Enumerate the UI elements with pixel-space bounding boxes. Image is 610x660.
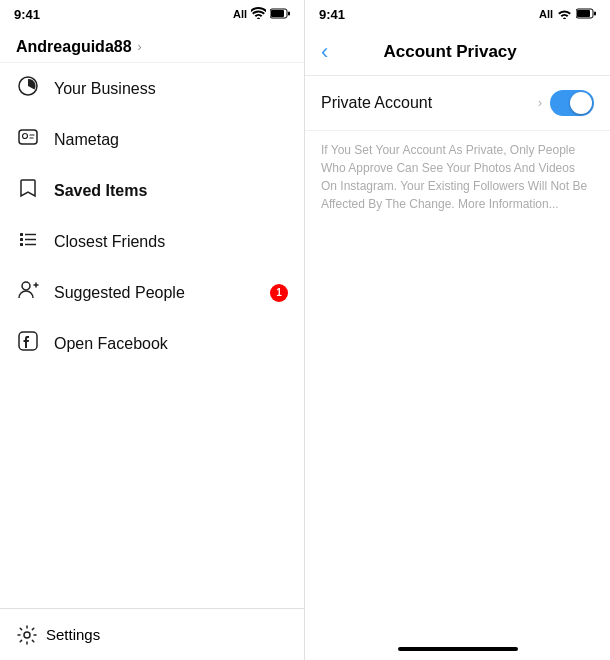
- status-icons-left: All: [233, 7, 290, 21]
- menu-item-open-facebook[interactable]: Open Facebook: [0, 318, 304, 369]
- svg-rect-4: [19, 130, 37, 144]
- settings-icon[interactable]: Settings: [16, 624, 100, 646]
- account-privacy-title: Account Privacy: [338, 42, 562, 62]
- status-icons-right: All: [539, 7, 596, 21]
- menu-item-label-your-business: Your Business: [54, 80, 156, 98]
- svg-rect-18: [577, 10, 590, 17]
- wifi-icon-right: [557, 7, 572, 21]
- time-left: 9:41: [14, 7, 40, 22]
- bottom-bar-right: [305, 638, 610, 660]
- menu-username-chevron: ›: [138, 40, 142, 54]
- account-privacy-content: Private Account › If You Set Your Accoun…: [305, 76, 610, 638]
- right-panel: 9:41 All ‹ Account Privacy Private Accou…: [305, 0, 610, 660]
- private-account-row[interactable]: Private Account ›: [305, 76, 610, 131]
- menu-item-closest-friends[interactable]: Closest Friends: [0, 216, 304, 267]
- svg-rect-2: [288, 11, 290, 15]
- person-add-icon: [16, 279, 40, 306]
- svg-rect-1: [271, 10, 284, 17]
- back-button[interactable]: ‹: [321, 39, 328, 65]
- left-panel: 9:41 All Andreaguida88 › Your: [0, 0, 305, 660]
- account-privacy-header: ‹ Account Privacy: [305, 28, 610, 76]
- suggested-people-badge: 1: [270, 284, 288, 302]
- menu-item-label-suggested-people: Suggested People: [54, 284, 185, 302]
- menu-item-suggested-people[interactable]: Suggested People 1: [0, 267, 304, 318]
- status-bar-left: 9:41 All: [0, 0, 304, 28]
- list-icon: [16, 228, 40, 255]
- menu-overlay: Andreaguida88 › Your Business Nameta: [0, 28, 304, 409]
- status-bar-right: 9:41 All: [305, 0, 610, 28]
- svg-point-16: [24, 632, 30, 638]
- private-account-chevron: ›: [538, 96, 542, 110]
- private-account-toggle[interactable]: [550, 90, 594, 116]
- toggle-thumb: [570, 92, 592, 114]
- menu-username: Andreaguida88: [16, 38, 132, 56]
- menu-item-label-closest-friends: Closest Friends: [54, 233, 165, 251]
- private-account-description: If You Set Your Account As Private, Only…: [305, 131, 610, 223]
- network-left: All: [233, 8, 247, 20]
- svg-point-5: [23, 134, 28, 139]
- home-indicator-right: [398, 647, 518, 651]
- svg-rect-10: [20, 243, 23, 246]
- battery-icon-right: [576, 8, 596, 21]
- time-right: 9:41: [319, 7, 345, 22]
- svg-rect-19: [594, 11, 596, 15]
- svg-rect-8: [20, 238, 23, 241]
- menu-item-label-nametag: Nametag: [54, 131, 119, 149]
- svg-point-12: [22, 282, 30, 290]
- private-account-label: Private Account: [321, 94, 538, 112]
- chart-icon: [16, 75, 40, 102]
- bottom-toolbar-left: Settings: [0, 608, 304, 660]
- battery-icon: [270, 8, 290, 21]
- nametag-icon: [16, 126, 40, 153]
- menu-item-your-business[interactable]: Your Business: [0, 63, 304, 114]
- bookmark-icon: [16, 177, 40, 204]
- menu-item-nametag[interactable]: Nametag: [0, 114, 304, 165]
- menu-username-row[interactable]: Andreaguida88 ›: [0, 28, 304, 63]
- menu-item-saved-items[interactable]: Saved Items: [0, 165, 304, 216]
- wifi-icon: [251, 7, 266, 21]
- menu-item-label-open-facebook: Open Facebook: [54, 335, 168, 353]
- svg-rect-6: [20, 233, 23, 236]
- settings-label: Settings: [46, 626, 100, 643]
- network-right: All: [539, 8, 553, 20]
- menu-item-label-saved-items: Saved Items: [54, 182, 147, 200]
- facebook-icon: [16, 330, 40, 357]
